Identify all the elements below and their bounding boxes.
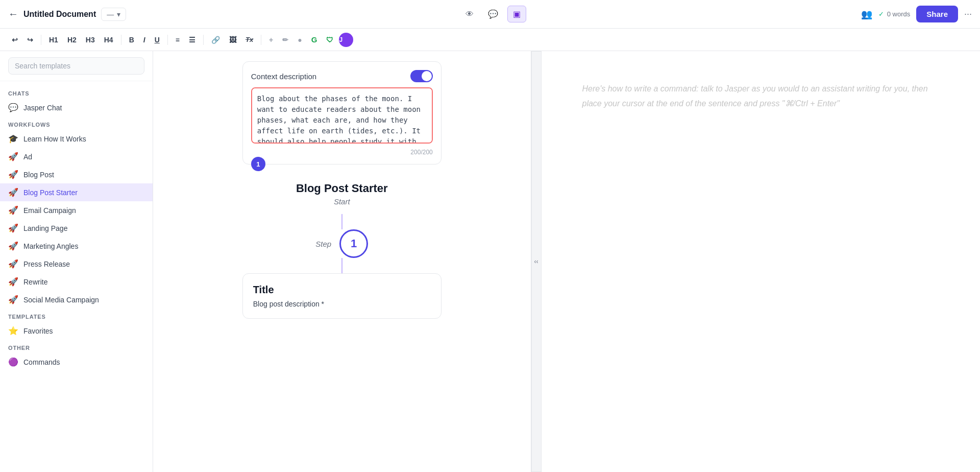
sidebar-item-jasper-chat[interactable]: 💬 Jasper Chat xyxy=(0,99,153,116)
sidebar-item-label: Rewrite xyxy=(23,278,47,286)
more-button[interactable]: ··· xyxy=(964,9,972,19)
ad-icon: 🚀 xyxy=(8,152,18,161)
sidebar-item-blog-post-starter[interactable]: 🚀 Blog Post Starter xyxy=(0,183,153,201)
bold-button[interactable]: B xyxy=(126,34,138,46)
favorites-icon: ⭐ xyxy=(8,326,18,336)
sidebar-item-label: Email Campaign xyxy=(23,206,76,215)
social-media-icon: 🚀 xyxy=(8,295,18,304)
char-count: 200/200 xyxy=(251,149,433,156)
title-card: Title Blog post description * xyxy=(242,273,442,319)
topbar-left: ← Untitled Document — ▾ xyxy=(8,8,126,21)
sidebar-item-label: Marketing Angles xyxy=(23,242,78,250)
sidebar-item-commands[interactable]: 🟣 Commands xyxy=(0,353,153,371)
separator-5 xyxy=(261,35,261,45)
workflow-connector-1 xyxy=(341,214,342,229)
separator-1 xyxy=(41,35,41,45)
eye-icon: 👁 xyxy=(465,10,474,19)
step-circle: 1 xyxy=(339,229,368,258)
sidebar-search-container xyxy=(0,51,153,81)
sidebar-item-ad[interactable]: 🚀 Ad xyxy=(0,148,153,166)
sidebar-scroll: CHATS 💬 Jasper Chat WORKFLOWS 🎓 Learn Ho… xyxy=(0,81,153,472)
jasper-badge[interactable]: J xyxy=(339,33,353,47)
topbar: ← Untitled Document — ▾ 👁 💬 ▣ 👥 ✓ 0 word… xyxy=(0,0,980,29)
context-card-title: Context description xyxy=(251,72,316,81)
shield-button[interactable]: 🛡 xyxy=(323,34,337,46)
sidebar: CHATS 💬 Jasper Chat WORKFLOWS 🎓 Learn Ho… xyxy=(0,51,153,472)
context-toggle[interactable] xyxy=(410,70,433,82)
chat-button[interactable]: 💬 xyxy=(483,6,503,22)
sidebar-item-learn[interactable]: 🎓 Learn How It Works xyxy=(0,130,153,148)
sidebar-item-label: Jasper Chat xyxy=(23,104,62,112)
collapse-button[interactable]: ‹‹ xyxy=(531,51,542,472)
center-panel: Context description 200/200 1 Blog Post … xyxy=(153,51,531,472)
separator-3 xyxy=(167,35,168,45)
workflow-connector-2 xyxy=(341,258,342,273)
edit-icon: ▣ xyxy=(513,9,521,19)
format-bar: ↩ ↪ H1 H2 H3 H4 B I U ≡ ☰ 🔗 🖼 Tx + ✏ ● G… xyxy=(0,29,980,51)
editor-panel[interactable]: Here's how to write a command: talk to J… xyxy=(542,51,981,472)
landing-page-icon: 🚀 xyxy=(8,223,18,233)
ordered-list-button[interactable]: ≡ xyxy=(172,34,183,46)
templates-label: TEMPLATES xyxy=(0,309,153,322)
sidebar-item-label: Blog Post Starter xyxy=(23,188,78,197)
preview-button[interactable]: 👁 xyxy=(460,6,479,22)
topbar-right: 👥 ✓ 0 words Share ··· xyxy=(861,6,972,22)
sidebar-item-press-release[interactable]: 🚀 Press Release xyxy=(0,255,153,273)
workflow-title: Blog Post Starter xyxy=(296,182,388,195)
step-badge: 1 xyxy=(251,157,265,171)
h3-button[interactable]: H3 xyxy=(82,34,99,46)
sidebar-item-label: Social Media Campaign xyxy=(23,296,99,304)
circle-button[interactable]: ● xyxy=(294,34,305,46)
image-button[interactable]: 🖼 xyxy=(226,34,240,46)
clear-format-button[interactable]: Tx xyxy=(242,34,257,45)
sidebar-item-favorites[interactable]: ⭐ Favorites xyxy=(0,322,153,340)
unordered-list-button[interactable]: ☰ xyxy=(185,34,199,46)
sidebar-item-rewrite[interactable]: 🚀 Rewrite xyxy=(0,273,153,291)
sidebar-item-label: Landing Page xyxy=(23,224,67,232)
underline-button[interactable]: U xyxy=(151,34,163,46)
users-icon: 👥 xyxy=(861,9,872,20)
chats-label: CHATS xyxy=(0,85,153,99)
sidebar-item-email-campaign[interactable]: 🚀 Email Campaign xyxy=(0,201,153,219)
context-textarea[interactable] xyxy=(251,87,433,144)
h4-button[interactable]: H4 xyxy=(101,34,117,46)
link-button[interactable]: 🔗 xyxy=(208,34,224,46)
toggle-knob xyxy=(422,71,432,81)
grammarly-button[interactable]: G xyxy=(308,33,321,46)
redo-button[interactable]: ↪ xyxy=(23,34,37,46)
sidebar-item-label: Favorites xyxy=(23,327,53,335)
editor-placeholder: Here's how to write a command: talk to J… xyxy=(582,82,940,111)
marketing-icon: 🚀 xyxy=(8,241,18,251)
plus-button[interactable]: + xyxy=(265,34,277,46)
title-card-description-label: Blog post description * xyxy=(253,300,431,308)
sidebar-item-landing-page[interactable]: 🚀 Landing Page xyxy=(0,219,153,237)
commands-icon: 🟣 xyxy=(8,357,18,367)
chat-icon: 💬 xyxy=(8,103,18,112)
dash-button[interactable]: — ▾ xyxy=(101,8,126,21)
other-label: Other xyxy=(0,340,153,353)
pencil-button[interactable]: ✏ xyxy=(279,34,292,46)
edit-button[interactable]: ▣ xyxy=(507,6,526,22)
sidebar-item-blog-post[interactable]: 🚀 Blog Post xyxy=(0,166,153,183)
sidebar-item-marketing-angles[interactable]: 🚀 Marketing Angles xyxy=(0,237,153,255)
learn-icon: 🎓 xyxy=(8,134,18,144)
step-label: Step xyxy=(315,240,331,248)
italic-button[interactable]: I xyxy=(140,34,149,46)
undo-button[interactable]: ↩ xyxy=(8,34,21,46)
workflow-section: Blog Post Starter Start Step 1 Title Blo… xyxy=(242,182,442,319)
step-row: Step 1 xyxy=(315,229,368,258)
blog-post-starter-icon: 🚀 xyxy=(8,187,18,197)
email-icon: 🚀 xyxy=(8,205,18,215)
share-button[interactable]: Share xyxy=(916,6,958,22)
rewrite-icon: 🚀 xyxy=(8,277,18,287)
separator-4 xyxy=(203,35,204,45)
context-card-header: Context description xyxy=(251,70,433,82)
topbar-center: 👁 💬 ▣ xyxy=(132,6,855,22)
sidebar-item-social-media[interactable]: 🚀 Social Media Campaign xyxy=(0,291,153,309)
context-card: Context description 200/200 1 xyxy=(242,61,442,164)
h1-button[interactable]: H1 xyxy=(45,34,62,46)
back-button[interactable]: ← xyxy=(8,8,18,20)
h2-button[interactable]: H2 xyxy=(64,34,80,46)
press-release-icon: 🚀 xyxy=(8,259,18,269)
search-input[interactable] xyxy=(8,57,144,75)
